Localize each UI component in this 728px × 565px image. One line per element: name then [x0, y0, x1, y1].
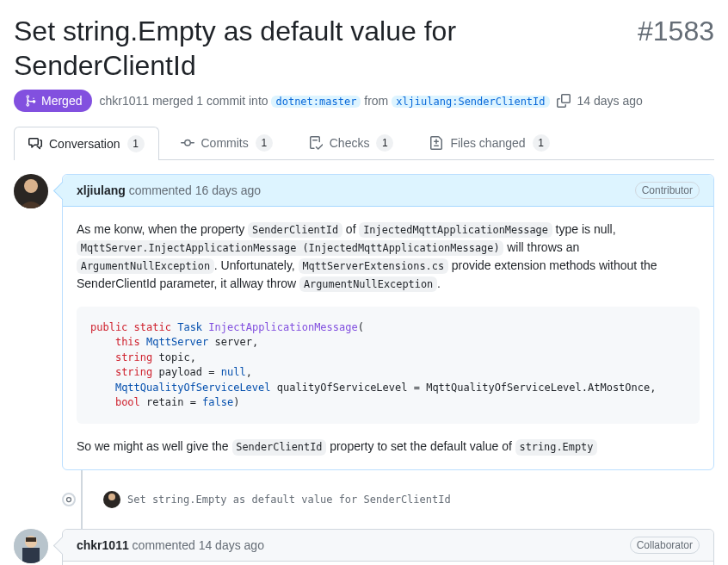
svg-rect-7 [22, 548, 40, 563]
inline-code: SenderClientId [248, 222, 342, 239]
avatar[interactable] [14, 529, 48, 563]
comment-timestamp-link[interactable]: 16 days ago [195, 183, 261, 197]
comment-timestamp-link[interactable]: 14 days ago [199, 538, 264, 552]
timeline-commit-event: Set string.Empty as default value for Se… [14, 484, 714, 515]
tab-counter: 1 [127, 135, 145, 152]
tab-label: Commits [201, 136, 249, 150]
tab-files-changed[interactable]: Files changed 1 [415, 126, 564, 159]
comment-body: As me konw, when the property SenderClie… [63, 207, 713, 469]
merge-description: chkr1011 merged 1 commit into dotnet:mas… [99, 94, 549, 108]
checklist-icon [309, 136, 323, 150]
merge-time: 14 days ago [577, 94, 643, 108]
svg-point-1 [24, 179, 38, 193]
comment-header: xljiulang commented 16 days ago Contribu… [63, 175, 713, 207]
comment-author-link[interactable]: xljiulang [77, 183, 126, 197]
tab-counter: 1 [376, 134, 393, 152]
inline-code: MqttServer.InjectApplicationMessage (Inj… [77, 240, 503, 257]
avatar[interactable] [103, 491, 120, 508]
comment-discussion-icon [28, 137, 42, 151]
role-badge-contributor: Contributor [635, 182, 700, 199]
head-branch-label[interactable]: xljiulang:SenderClientId [392, 96, 549, 108]
svg-point-2 [67, 498, 71, 502]
inline-code: ArgumentNullException [77, 258, 214, 275]
tab-label: Files changed [450, 136, 525, 150]
merge-meta-row: Merged chkr1011 merged 1 commit into dot… [14, 90, 714, 112]
tab-checks[interactable]: Checks 1 [294, 126, 409, 159]
issue-number: #1583 [638, 16, 714, 47]
issue-title: Set string.Empty as default value for Se… [14, 14, 631, 83]
file-diff-icon [429, 136, 443, 150]
tab-counter: 1 [256, 134, 273, 152]
pr-tabnav: Conversation 1 Commits 1 Checks 1 Files … [14, 126, 714, 160]
inline-code: MqttServerExtensions.cs [299, 258, 448, 275]
state-label: Merged [41, 94, 82, 108]
comment-body: Thank you for your contribution. Good wo… [63, 562, 713, 565]
comment-box: chkr1011 commented 14 days ago Collabora… [62, 529, 714, 565]
comment-box: xljiulang commented 16 days ago Contribu… [62, 174, 714, 470]
tab-counter: 1 [533, 134, 550, 152]
svg-point-4 [108, 494, 115, 500]
copy-branch-icon[interactable] [557, 94, 571, 108]
state-badge-merged: Merged [14, 90, 92, 112]
merge-actor-link[interactable]: chkr1011 [99, 94, 149, 108]
code-block: public static Task InjectApplicationMess… [77, 307, 700, 424]
issue-title-row: Set string.Empty as default value for Se… [14, 14, 714, 83]
role-badge-collaborator: Collaborator [630, 537, 700, 554]
base-branch-label[interactable]: dotnet:master [271, 96, 361, 108]
timeline: xljiulang commented 16 days ago Contribu… [14, 160, 714, 565]
git-merge-icon [24, 94, 38, 108]
inline-code: ArgumentNullException [299, 276, 437, 293]
commit-message-link[interactable]: Set string.Empty as default value for Se… [127, 494, 451, 506]
git-commit-icon [181, 136, 194, 150]
comment-header: chkr1011 commented 14 days ago Collabora… [63, 530, 713, 562]
svg-rect-8 [26, 537, 36, 542]
tab-conversation[interactable]: Conversation 1 [14, 127, 159, 160]
inline-code: string.Empty [515, 439, 597, 456]
avatar[interactable] [14, 174, 48, 208]
timeline-comment: chkr1011 commented 14 days ago Collabora… [14, 529, 714, 565]
tab-commits[interactable]: Commits 1 [166, 126, 287, 159]
inline-code: SenderClientId [232, 439, 327, 456]
comment-author-link[interactable]: chkr1011 [77, 538, 129, 552]
tab-label: Conversation [49, 137, 120, 151]
inline-code: InjectedMqttApplicationMessage [359, 222, 552, 239]
tab-label: Checks [330, 136, 370, 150]
commit-dot-icon [62, 493, 76, 506]
timeline-comment: xljiulang commented 16 days ago Contribu… [14, 174, 714, 470]
